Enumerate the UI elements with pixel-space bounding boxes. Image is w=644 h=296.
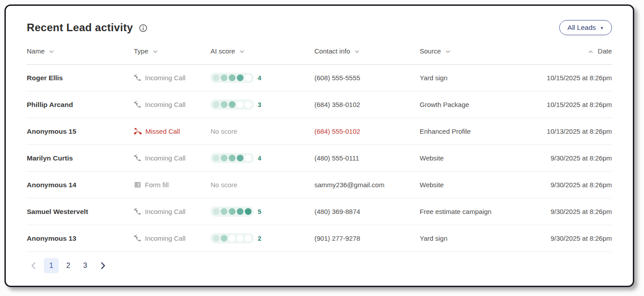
prev-page-button[interactable] xyxy=(27,258,40,273)
page-number-list: 123 xyxy=(44,258,93,273)
form-fill-icon xyxy=(134,181,141,189)
score-dot xyxy=(213,155,219,161)
score-dot xyxy=(237,74,244,81)
lead-type: Incoming Call xyxy=(134,234,211,242)
lead-type: Incoming Call xyxy=(134,154,211,162)
pagination: 123 xyxy=(27,258,612,273)
column-label: Source xyxy=(420,47,441,55)
chevron-down-icon xyxy=(239,47,244,55)
column-header-ai-score[interactable]: AI score xyxy=(211,47,244,55)
chevron-down-icon xyxy=(355,47,359,55)
all-leads-dropdown-label: All Leads xyxy=(567,24,596,32)
ai-score: 4 xyxy=(211,73,314,83)
table-row[interactable]: Roger Ellis Incoming Call 4 xyxy=(27,65,612,91)
page-title: Recent Lead activity xyxy=(27,21,133,34)
score-dot xyxy=(245,101,252,108)
score-dot xyxy=(245,235,252,242)
all-leads-dropdown-button[interactable]: All Leads ▼ xyxy=(559,20,612,35)
table-row[interactable]: Anonymous 14 Form fill No sco xyxy=(27,172,612,198)
column-label: Name xyxy=(27,47,45,55)
score-dot xyxy=(221,101,227,108)
card-header: Recent Lead activity All Leads ▼ xyxy=(27,6,612,38)
lead-date: 10/13/2025 at 8:26pm xyxy=(529,127,612,135)
score-dot xyxy=(229,74,235,81)
table-row[interactable]: Anonymous 13 Incoming Call 2 xyxy=(27,225,612,252)
ai-score: 4 xyxy=(211,153,314,163)
score-dot xyxy=(237,208,244,215)
lead-date: 9/30/2025 at 8:26pm xyxy=(529,234,612,242)
lead-type-label: Missed Call xyxy=(145,127,180,135)
page-button-1[interactable]: 1 xyxy=(44,258,59,273)
lead-name: Phillip Arcand xyxy=(27,101,134,109)
lead-source: Free estimate campaign xyxy=(420,208,529,215)
page-button-3[interactable]: 3 xyxy=(78,258,93,273)
score-dot xyxy=(237,155,244,161)
table-row[interactable]: Marilyn Curtis Incoming Call xyxy=(27,145,612,172)
column-label: Date xyxy=(598,47,612,55)
column-label: Contact info xyxy=(314,47,350,55)
lead-date: 10/15/2025 at 8:26pm xyxy=(529,101,612,108)
column-header-date[interactable]: Date xyxy=(588,47,612,55)
score-dot xyxy=(213,101,219,108)
no-score-label: No score xyxy=(211,127,237,135)
ai-score-meter xyxy=(211,73,254,83)
score-dot xyxy=(229,155,235,161)
ai-score-value: 3 xyxy=(258,101,261,108)
score-dot xyxy=(221,155,227,161)
column-header-name[interactable]: Name xyxy=(27,47,54,55)
contact-info: (608) 555-5555 xyxy=(314,74,420,82)
contact-info: (480) 369-8874 xyxy=(314,208,420,215)
lead-source: Website xyxy=(420,181,529,189)
chevron-up-icon xyxy=(588,47,593,55)
score-dot xyxy=(237,235,244,242)
incoming-call-icon xyxy=(134,208,141,215)
table-row[interactable]: Anonymous 15 Missed Call No s xyxy=(27,118,612,145)
ai-score: No score xyxy=(211,127,314,135)
page-button-2[interactable]: 2 xyxy=(61,258,76,273)
table-row[interactable]: Phillip Arcand Incoming Call xyxy=(27,91,612,118)
contact-info: (684) 358-0102 xyxy=(314,101,420,108)
score-dot xyxy=(221,208,227,215)
column-header-source[interactable]: Source xyxy=(420,47,450,55)
score-dot xyxy=(245,208,252,215)
column-header-contact-info[interactable]: Contact info xyxy=(314,47,359,55)
column-header-type[interactable]: Type xyxy=(134,47,158,55)
lead-name: Roger Ellis xyxy=(27,74,134,82)
lead-type-label: Incoming Call xyxy=(145,234,186,242)
incoming-call-icon xyxy=(134,234,141,242)
lead-type: Incoming Call xyxy=(134,101,211,108)
lead-type-label: Incoming Call xyxy=(145,74,186,82)
table-row[interactable]: Samuel Westervelt Incoming Call xyxy=(27,198,612,225)
lead-name: Samuel Westervelt xyxy=(27,208,134,216)
ai-score: 5 xyxy=(211,206,314,217)
lead-name: Anonymous 15 xyxy=(27,127,134,136)
info-icon[interactable] xyxy=(139,24,148,33)
table-body: Roger Ellis Incoming Call 4 xyxy=(27,65,612,252)
score-dot xyxy=(245,74,252,81)
ai-score-value: 5 xyxy=(258,208,261,215)
lead-type: Form fill xyxy=(134,181,211,189)
score-dot xyxy=(245,155,252,161)
lead-type: Incoming Call xyxy=(134,74,211,82)
lead-date: 9/30/2025 at 8:26pm xyxy=(529,181,612,189)
column-label: Type xyxy=(134,47,149,55)
missed-call-icon xyxy=(134,127,142,136)
lead-source: Enhanced Profile xyxy=(420,127,529,135)
next-page-button[interactable] xyxy=(96,258,110,273)
score-dot xyxy=(229,235,235,242)
recent-lead-activity-card: Recent Lead activity All Leads ▼ Name Ty xyxy=(4,4,634,287)
chevron-down-icon xyxy=(153,47,158,55)
contact-info: (480) 555-0111 xyxy=(314,154,420,162)
lead-source: Yard sign xyxy=(420,74,529,82)
incoming-call-icon xyxy=(134,154,141,162)
ai-score: 2 xyxy=(211,233,314,243)
ai-score: 3 xyxy=(211,99,314,110)
score-dot xyxy=(229,208,235,215)
lead-date: 9/30/2025 at 8:26pm xyxy=(529,154,612,162)
column-label: AI score xyxy=(211,47,235,55)
incoming-call-icon xyxy=(134,74,141,82)
lead-source: Yard sign xyxy=(420,234,529,242)
lead-source: Website xyxy=(420,154,529,162)
lead-type-label: Incoming Call xyxy=(145,101,186,108)
score-dot xyxy=(221,74,227,81)
